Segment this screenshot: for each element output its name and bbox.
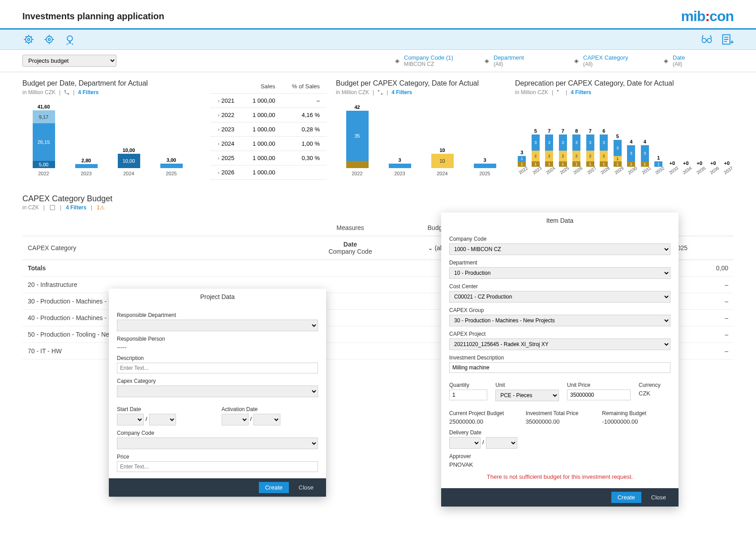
table-row[interactable]: ›20261 000,00	[210, 165, 327, 180]
filter-chip[interactable]: ◈Company Code (1)MIBCON CZ	[393, 54, 465, 67]
label-delivery: Delivery Date	[449, 429, 670, 436]
filters-link[interactable]: 4 Filters	[391, 89, 412, 95]
chart-bar[interactable]: 41,605,0026,159,172022	[33, 104, 55, 176]
chart-bar[interactable]: 4132030	[627, 139, 635, 176]
inv-desc-input[interactable]	[449, 362, 670, 373]
chevron-right-icon: ›	[218, 126, 219, 133]
table-row[interactable]: ›20221 000,004,16 %	[210, 108, 327, 122]
activation-date-month[interactable]	[222, 414, 249, 425]
delivery-year[interactable]	[486, 437, 517, 449]
label-company-code: Company Code	[449, 236, 670, 242]
start-date-month[interactable]	[117, 414, 144, 425]
chart-bar[interactable]: +02035	[696, 160, 704, 176]
chart-bar[interactable]: 61232028	[600, 128, 608, 176]
description-input[interactable]	[117, 363, 318, 373]
start-date-year[interactable]	[149, 414, 176, 425]
label-unit: Unit	[495, 382, 559, 388]
chart-bar[interactable]: +02033	[668, 160, 676, 176]
cost-center-select[interactable]: C00021 - CZ Production	[449, 291, 670, 303]
svg-rect-12	[557, 90, 558, 91]
panel-title: Budget per Date, Department for Actual	[22, 79, 193, 87]
chart-bar[interactable]: 71232027	[586, 128, 594, 176]
cube-icon: ◈	[483, 57, 491, 65]
chart-bar[interactable]: 4132031	[641, 139, 649, 176]
chart-bar[interactable]: 32023	[389, 157, 411, 176]
chevron-right-icon: ›	[218, 97, 219, 104]
panel-budget-date: Budget per Date, Department for Actual i…	[22, 79, 193, 181]
chart-bar[interactable]: 51232023	[532, 128, 540, 176]
approver-value: PNOVAK	[449, 461, 670, 468]
chart-bar[interactable]: +02034	[682, 160, 690, 176]
cube-icon: ◈	[572, 57, 580, 65]
remaining-value: -10000000.00	[602, 418, 670, 425]
chip-label: Date	[673, 54, 685, 61]
dialog-title: Item Data	[441, 212, 679, 229]
chart-bar[interactable]: 81232026	[572, 128, 580, 176]
unit-price-input[interactable]	[567, 390, 631, 400]
activation-date-year[interactable]	[253, 414, 280, 425]
cube-icon: ◈	[662, 57, 670, 65]
filter-chip[interactable]: ◈Date(All)	[662, 54, 734, 67]
svg-point-4	[67, 36, 73, 41]
filter-chip[interactable]: ◈CAPEX Category(All)	[572, 54, 644, 67]
chart-bar[interactable]: 112032	[654, 155, 662, 176]
resp-dept-select[interactable]	[117, 320, 318, 331]
chart-bar[interactable]: 10,0010,002024	[118, 147, 140, 176]
capex-project-select[interactable]: 20211020_125645 - Radek XI_Stroj XY	[449, 338, 670, 350]
add-list-icon[interactable]	[721, 33, 734, 46]
dialog-item-data: Item Data Company Code 1000 - MIBCON CZ …	[441, 212, 679, 507]
label-activation-date: Activation Date	[222, 406, 318, 412]
toolbar	[0, 30, 756, 50]
chart-bar[interactable]: 2,802023	[75, 158, 98, 176]
label-cost-center: Cost Center	[449, 283, 670, 290]
create-button[interactable]: Create	[611, 492, 641, 503]
quantity-input[interactable]	[449, 390, 487, 400]
chart-bar[interactable]: 42352022	[346, 104, 369, 176]
table-row[interactable]: ›20251 000,000,30 %	[210, 151, 327, 165]
delivery-month[interactable]	[449, 437, 481, 449]
chart-bar[interactable]: +02037	[723, 160, 731, 176]
close-button[interactable]: Close	[645, 492, 672, 503]
chart-bar[interactable]: 51132029	[614, 134, 622, 176]
chart-bar[interactable]: 71232024	[545, 128, 553, 176]
company-code-select[interactable]	[117, 438, 318, 449]
capex-group-select[interactable]: 30 - Production - Machines - New Project…	[449, 315, 670, 326]
chart-bar[interactable]: 10102024	[431, 147, 454, 176]
table-row[interactable]: ›20241 000,001,00 %	[210, 137, 327, 151]
filter-bar: Projects budget ◈Company Code (1)MIBCON …	[0, 50, 756, 72]
chart-bar[interactable]: 3112022	[518, 150, 526, 176]
label-unit-price: Unit Price	[567, 382, 631, 388]
department-select[interactable]: 10 - Production	[449, 267, 670, 279]
gear-icon[interactable]	[43, 33, 56, 46]
chevron-down-icon[interactable]: ⌄	[428, 244, 433, 251]
label-quantity: Quantity	[449, 382, 487, 388]
filters-link[interactable]: 4 Filters	[66, 204, 86, 211]
chart-bar[interactable]: 32025	[474, 157, 496, 176]
table-row[interactable]: ›20231 000,000,28 %	[210, 122, 327, 137]
svg-point-6	[707, 39, 711, 43]
label-inv-desc: Investment Description	[449, 355, 670, 361]
create-button[interactable]: Create	[259, 482, 289, 493]
filter-chip[interactable]: ◈Department(All)	[483, 54, 554, 67]
warning-text: There is not sufficient budget for this …	[449, 468, 670, 482]
filters-link[interactable]: 4 Filters	[78, 89, 99, 95]
user-gear-icon[interactable]	[22, 33, 35, 46]
close-button[interactable]: Close	[292, 482, 320, 493]
project-select[interactable]: Projects budget	[22, 55, 116, 67]
price-input[interactable]	[117, 461, 318, 472]
logo: mib:con	[681, 8, 734, 25]
table-row[interactable]: ›20211 000,00–	[210, 94, 327, 108]
unit-select[interactable]: PCE - Pieces	[495, 390, 559, 401]
filters-link[interactable]: 4 Filters	[571, 89, 591, 95]
company-code-select[interactable]: 1000 - MIBCON CZ	[449, 243, 670, 255]
alert-badge[interactable]: 1⚠	[97, 204, 105, 211]
chart-bar[interactable]: 71232025	[559, 128, 567, 176]
label-remaining: Remaining Budget	[602, 410, 670, 416]
capex-category-select[interactable]	[117, 386, 318, 397]
code-gear-icon[interactable]	[64, 33, 76, 46]
cube-icon	[49, 204, 56, 211]
panel-sales-table: Sales% of Sales ›20211 000,00–›20221 000…	[202, 79, 327, 181]
glasses-icon[interactable]	[700, 33, 713, 46]
chart-bar[interactable]: +02036	[709, 160, 717, 176]
chart-bar[interactable]: 3,002025	[160, 157, 183, 176]
